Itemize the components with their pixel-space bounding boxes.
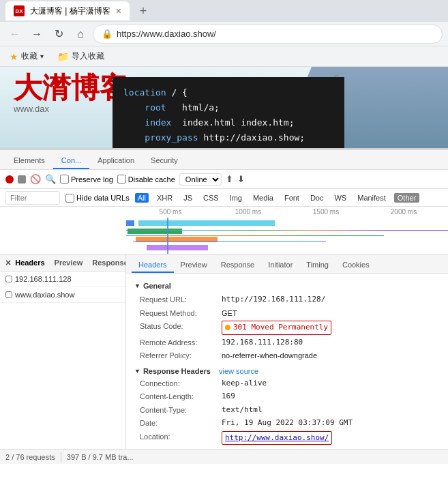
location-value: http://www.daxiao.show/ <box>222 431 332 445</box>
browser-tab[interactable]: DX 大潇博客 | 杨宇潇博客 × <box>5 1 130 20</box>
star-icon: ★ <box>10 51 18 62</box>
forward-button[interactable]: → <box>27 25 46 44</box>
remote-address-value: 192.168.111.128:80 <box>222 337 303 349</box>
request-url-value: http://192.168.111.128/ <box>222 294 325 306</box>
request-url-row: Request URL: http://192.168.111.128/ <box>134 294 440 306</box>
filter-media[interactable]: Media <box>250 193 276 203</box>
network-item-checkbox-2[interactable] <box>5 291 12 298</box>
bookmark-import-label: 导入收藏 <box>72 50 104 62</box>
status-bar: 2 / 76 requests 397 B / 9.7 MB tra... <box>0 449 448 464</box>
request-method-value: GET <box>222 308 237 319</box>
filter-js[interactable]: JS <box>181 193 195 203</box>
bookmark-favorites-label: 收藏 <box>21 50 38 62</box>
tab-security[interactable]: Security <box>143 153 186 169</box>
preserve-log-label: Preserve log <box>71 175 113 184</box>
code-line-4: proxy_pass http://daxiao.show; <box>123 130 333 145</box>
status-highlight-box: 301 Moved Permanently <box>222 321 331 335</box>
disable-cache-checkbox-area[interactable]: Disable cache <box>117 175 175 184</box>
request-method-label: Request Method: <box>140 308 222 319</box>
hide-urls-checkbox[interactable] <box>65 194 74 203</box>
new-tab-button[interactable]: + <box>134 1 153 20</box>
tab-console[interactable]: Con... <box>53 153 89 169</box>
stop-button[interactable] <box>18 175 26 184</box>
referrer-policy-value: no-referrer-when-downgrade <box>222 350 317 362</box>
filter-doc[interactable]: Doc <box>308 193 327 203</box>
refresh-button[interactable]: ↻ <box>49 25 68 44</box>
view-source-link[interactable]: view source <box>219 367 258 375</box>
bookmark-import[interactable]: 📁 导入收藏 <box>53 49 108 63</box>
timeline-ruler: 500 ms 1000 ms 1500 ms 2000 ms <box>0 207 448 218</box>
close-pane-button[interactable]: × <box>5 257 11 268</box>
filter-font[interactable]: Font <box>282 193 302 203</box>
sidebar-header-label: Headers <box>15 259 44 267</box>
code-line-3: index index.html index.htm; <box>123 115 333 130</box>
status-divider <box>61 452 61 462</box>
chevron-down-icon: ▾ <box>40 53 44 60</box>
website-logo-text: 大潸博客 <box>14 74 128 102</box>
address-bar[interactable]: 🔒 https://www.daxiao.show/ <box>93 25 443 44</box>
folder-icon: 📁 <box>57 51 69 62</box>
location-row: Location: http://www.daxiao.show/ <box>134 431 440 445</box>
response-tab-label-small: Response <box>92 259 126 267</box>
network-item-checkbox-1[interactable] <box>5 276 12 282</box>
filter-ws[interactable]: WS <box>331 193 349 203</box>
network-item-daxiao[interactable]: www.daxiao.show <box>0 287 125 303</box>
home-button[interactable]: ⌂ <box>71 25 90 44</box>
sidebar-header: × Headers Preview Response <box>0 254 125 272</box>
preserve-log-checkbox-area[interactable]: Preserve log <box>60 175 113 184</box>
disable-cache-checkbox[interactable] <box>117 175 126 184</box>
requests-count: 2 / 76 requests <box>5 453 55 461</box>
filter-manifest[interactable]: Manifest <box>355 193 389 203</box>
detail-tab-preview[interactable]: Preview <box>174 258 214 273</box>
bookmark-favorites[interactable]: ★ 收藏 ▾ <box>5 49 48 63</box>
status-code-label: Status Code: <box>140 321 222 335</box>
tab-application[interactable]: Application <box>89 153 143 169</box>
filter-css[interactable]: CSS <box>200 193 222 203</box>
response-headers-section-header: Response Headers view source <box>134 367 440 375</box>
filter-other[interactable]: Other <box>394 193 420 203</box>
ruler-2000: 2000 ms <box>365 208 443 216</box>
detail-tab-cookies[interactable]: Cookies <box>335 258 376 273</box>
referrer-policy-label: Referrer Policy: <box>140 350 222 362</box>
detail-tab-headers[interactable]: Headers <box>132 258 174 273</box>
timeline-bars <box>126 218 448 254</box>
tab-close-button[interactable]: × <box>116 6 121 16</box>
detail-tab-initiator[interactable]: Initiator <box>261 258 299 273</box>
content-length-label: Content-Length: <box>140 391 222 402</box>
connection-value: keep-alive <box>222 378 267 390</box>
date-value: Fri, 19 Aug 2022 03:37:09 GMT <box>222 418 353 429</box>
search-icon[interactable]: 🔍 <box>45 174 56 184</box>
filter-xhr[interactable]: XHR <box>154 193 175 203</box>
content-length-value: 169 <box>222 391 235 402</box>
connection-row: Connection: keep-alive <box>134 378 440 390</box>
tab-elements[interactable]: Elements <box>5 153 53 169</box>
request-url-label: Request URL: <box>140 294 222 306</box>
filter-input[interactable] <box>5 191 60 205</box>
hide-urls-area[interactable]: Hide data URLs <box>65 194 130 203</box>
record-button[interactable] <box>5 175 14 184</box>
detail-tab-response[interactable]: Response <box>214 258 262 273</box>
preserve-log-checkbox[interactable] <box>60 175 69 184</box>
network-sidebar: × Headers Preview Response 192.168.111.1… <box>0 254 126 449</box>
status-code-row: Status Code: 301 Moved Permanently <box>134 321 440 335</box>
details-panel: Headers Preview Response Initiator Timin… <box>126 254 448 449</box>
timeline-waterfall <box>0 218 448 254</box>
code-line-5: } <box>123 145 333 149</box>
back-button[interactable]: ← <box>5 25 25 44</box>
throttle-select[interactable]: Online <box>179 173 222 186</box>
remote-address-label: Remote Address: <box>140 337 222 349</box>
location-url-text: http://www.daxiao.show/ <box>225 433 329 444</box>
network-item-192[interactable]: 192.168.111.128 <box>0 272 125 287</box>
bookmarks-bar: ★ 收藏 ▾ 📁 导入收藏 <box>0 46 448 67</box>
filter-all[interactable]: All <box>135 193 149 203</box>
general-section-header: General <box>134 282 440 290</box>
url-text: https://www.daxiao.show/ <box>117 29 216 39</box>
devtools-panel: Elements Con... Application Security 🚫 🔍… <box>0 149 448 449</box>
detail-tab-timing[interactable]: Timing <box>299 258 335 273</box>
browser-titlebar: DX 大潇博客 | 杨宇潇博客 × + <box>0 0 448 22</box>
waterfall-bar-3 <box>138 220 275 226</box>
code-line-1: location / { <box>123 85 333 100</box>
clear-icon[interactable]: 🚫 <box>30 174 41 184</box>
content-type-label: Content-Type: <box>140 405 222 416</box>
filter-img[interactable]: Img <box>227 193 245 203</box>
